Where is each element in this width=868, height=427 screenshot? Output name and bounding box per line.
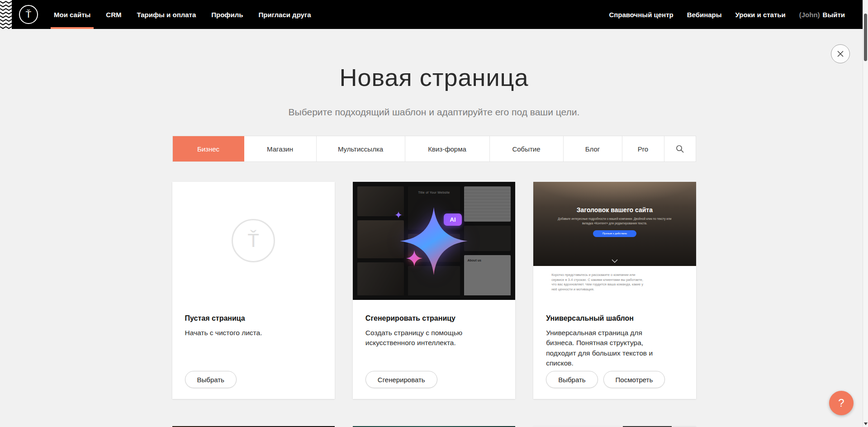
page-subtitle: Выберите подходящий шаблон и адаптируйте…	[0, 107, 868, 118]
close-icon	[837, 50, 844, 57]
generate-button[interactable]: Сгенерировать	[365, 371, 437, 388]
tab-shop[interactable]: Магазин	[244, 136, 317, 161]
tab-search[interactable]	[664, 136, 696, 161]
user-name: (John)	[799, 11, 820, 19]
logout-label: Выйти	[823, 11, 845, 19]
nav-my-sites[interactable]: Мои сайты	[46, 0, 98, 29]
preview-hero-text: Добавьте интересные подробности о вашей …	[555, 217, 675, 226]
card-actions: Выбрать	[185, 371, 322, 390]
view-universal-button[interactable]: Посмотреть	[603, 371, 665, 388]
tilda-logo-glyph: Ť	[26, 9, 32, 20]
tab-pro[interactable]: Pro	[622, 136, 664, 161]
tab-quiz[interactable]: Квиз-форма	[405, 136, 490, 161]
page-title: Новая страница	[0, 63, 868, 91]
scrollbar-down-arrow[interactable]	[864, 422, 868, 425]
card-actions: Сгенерировать	[365, 371, 503, 390]
main-content: Новая страница Выберите подходящий шабло…	[0, 0, 868, 427]
tilda-watermark-icon: Ť	[232, 219, 275, 262]
preview-hero: Заголовок вашего сайта Добавьте интересн…	[533, 182, 696, 266]
nav-lessons[interactable]: Уроки и статьи	[729, 11, 792, 19]
secondary-nav: Справочный центр Вебинары Уроки и статьи…	[602, 11, 863, 19]
card-title: Пустая страница	[185, 314, 322, 323]
card-title: Сгенерировать страницу	[365, 314, 503, 323]
zigzag-pattern-icon	[0, 0, 12, 29]
template-grid: Ť Пустая страница Начать с чистого листа…	[172, 182, 696, 399]
nav-invite-friend[interactable]: Пригласи друга	[251, 0, 318, 29]
vertical-scrollbar[interactable]	[863, 0, 868, 427]
card-description: Начать с чистого листа.	[185, 328, 311, 338]
card-universal-template[interactable]: Заголовок вашего сайта Добавьте интересн…	[533, 182, 696, 399]
primary-nav: Мои сайты CRM Тарифы и оплата Профиль Пр…	[46, 0, 319, 29]
nav-webinars[interactable]: Вебинары	[680, 11, 729, 19]
tab-business[interactable]: Бизнес	[173, 136, 244, 161]
tilda-logo[interactable]: Ť	[19, 5, 38, 24]
tab-blog[interactable]: Блог	[564, 136, 622, 161]
select-universal-button[interactable]: Выбрать	[546, 371, 598, 388]
preview-hero-button: Призыв к действию	[593, 230, 636, 237]
ai-sparkle-small-icon	[406, 250, 422, 266]
search-icon	[676, 145, 684, 153]
close-button[interactable]	[831, 44, 850, 63]
nav-crm[interactable]: CRM	[98, 0, 129, 29]
template-category-tabs: Бизнес Магазин Мультиссылка Квиз-форма С…	[172, 136, 696, 162]
card-blank-page[interactable]: Ť Пустая страница Начать с чистого листа…	[172, 182, 335, 399]
card-body: Пустая страница Начать с чистого листа. …	[172, 300, 335, 399]
card-actions: Выбрать Посмотреть	[546, 371, 683, 390]
card-ai-generate[interactable]: Title of Your Website About us	[353, 182, 515, 399]
nav-tariffs[interactable]: Тарифы и оплата	[129, 0, 204, 29]
preview-hero-title: Заголовок вашего сайта	[533, 182, 696, 214]
card-body: Сгенерировать страницу Создать страницу …	[353, 300, 515, 399]
nav-profile[interactable]: Профиль	[204, 0, 251, 29]
preview-body-text: Коротко представьтесь и расскажите о ком…	[551, 273, 649, 292]
card-description: Универсальная страница для бизнеса. Поня…	[546, 328, 672, 369]
universal-template-preview: Заголовок вашего сайта Добавьте интересн…	[533, 182, 696, 300]
help-button[interactable]: ?	[829, 391, 854, 415]
tab-event[interactable]: Событие	[490, 136, 564, 161]
top-navbar: Ť Мои сайты CRM Тарифы и оплата Профиль …	[0, 0, 863, 29]
chevron-down-icon	[612, 259, 618, 263]
card-title: Универсальный шаблон	[546, 314, 683, 323]
preview-body: Коротко представьтесь и расскажите о ком…	[533, 266, 696, 300]
scrollbar-thumb[interactable]	[864, 14, 867, 61]
ai-sparkle-tiny-icon	[395, 211, 402, 218]
nav-logout[interactable]: (John) Выйти	[792, 11, 852, 19]
card-body: Универсальный шаблон Универсальная стран…	[533, 300, 696, 399]
blank-page-preview: Ť	[172, 182, 335, 300]
select-blank-button[interactable]: Выбрать	[185, 371, 237, 388]
nav-help-center[interactable]: Справочный центр	[602, 11, 680, 19]
tab-multilink[interactable]: Мультиссылка	[317, 136, 405, 161]
ai-generate-preview: Title of Your Website About us	[353, 182, 515, 300]
card-description: Создать страницу с помощью искусственног…	[365, 328, 492, 348]
ai-badge: AI	[444, 214, 462, 226]
